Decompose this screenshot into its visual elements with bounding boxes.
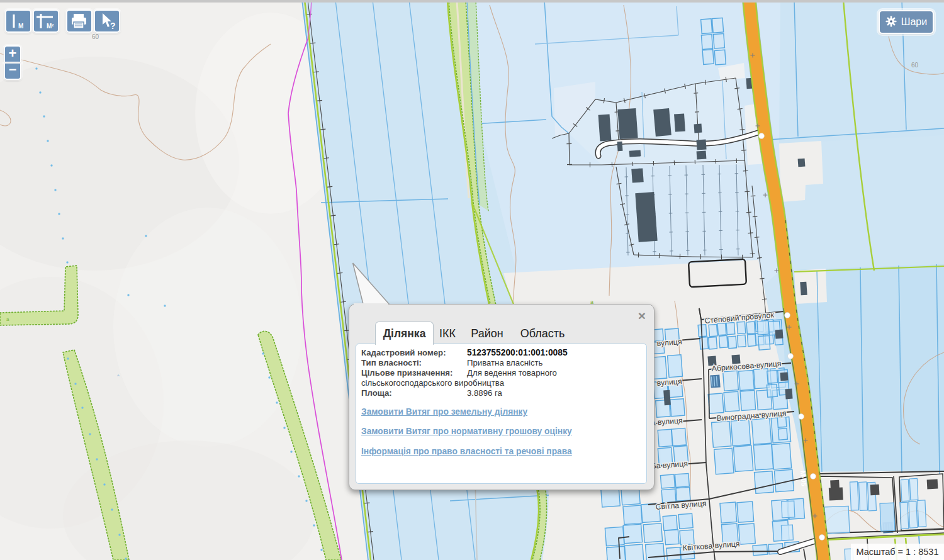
- svg-text:60: 60: [911, 62, 919, 69]
- svg-text:?: ?: [110, 21, 116, 31]
- svg-text:a: a: [6, 316, 9, 322]
- svg-text:60: 60: [92, 33, 99, 40]
- svg-text:вулиця: вулиця: [656, 337, 682, 348]
- svg-text:М: М: [18, 23, 23, 30]
- svg-text:М²: М²: [47, 23, 54, 30]
- svg-text:М-05: М-05: [799, 470, 808, 486]
- svg-text:вулиця: вулиця: [656, 377, 682, 388]
- svg-text:^: ^: [117, 373, 120, 379]
